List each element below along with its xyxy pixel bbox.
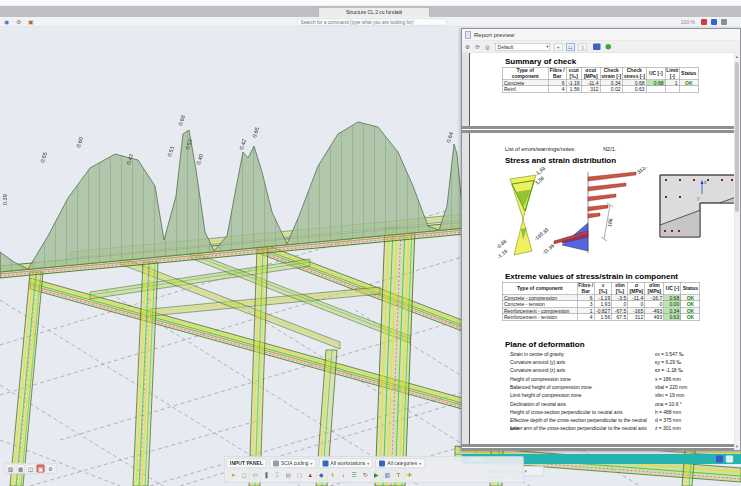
point-load-icon[interactable]: ↓ — [339, 471, 349, 481]
plane-row: Curvature around (y) axisκy = 6.29 ‰ — [510, 358, 730, 366]
report-page: Summary of check Type ofcomponentFibre /… — [462, 53, 734, 450]
report-preview-titlebar[interactable]: Report preview — [462, 29, 740, 41]
column-header: εcut[‰] — [566, 67, 581, 79]
report-preview-panel: Report preview ⚙ ⟳ ◎ Default▾ + ▭ ▯ Summ… — [461, 28, 741, 451]
tasks-dock-icon[interactable] — [716, 456, 723, 463]
column-header: ε[‰] — [594, 282, 612, 294]
workstation-icon — [323, 460, 329, 466]
table-row: Reinforcement - tension41.5667.53124930.… — [502, 314, 700, 321]
view-toolbar: ▧ ▦ ◳ ▣ ⚙ — [4, 463, 57, 474]
column-header: Status — [679, 67, 698, 79]
plane-row: Balanced height of compression zonexbal … — [510, 383, 730, 391]
column-header: Status — [681, 282, 700, 294]
label-icon[interactable]: T — [394, 471, 404, 481]
column-icon[interactable]: ❚ — [262, 471, 272, 481]
table-cell: Reinforcement - tension — [502, 314, 577, 321]
report-settings-icon[interactable]: ⚙ — [465, 41, 470, 52]
add-icon[interactable]: ✚ — [405, 471, 415, 481]
table-cell: 312 — [628, 314, 645, 321]
project-tab[interactable]: Structure CL 2 cu fundatii — [318, 7, 430, 17]
beam-icon[interactable]: ▭ — [251, 471, 261, 481]
zoom-in-button[interactable]: + — [554, 43, 562, 51]
stress-diagram: 312/1.91 -165.35 -11.36 186 — [533, 167, 655, 256]
svg-text:186: 186 — [606, 218, 613, 227]
regenerate-report-icon[interactable] — [606, 44, 612, 50]
load-icon[interactable]: ⇟ — [328, 471, 338, 481]
workspace-select[interactable]: SCIA coding▾ — [269, 459, 316, 469]
category-icon — [379, 460, 385, 466]
send-to-engineering-report-icon[interactable] — [593, 44, 601, 51]
table-cell: 67.5 — [612, 314, 628, 321]
search-input[interactable] — [297, 19, 447, 26]
record-icon[interactable] — [701, 19, 707, 25]
hinge-icon[interactable]: ◆ — [317, 471, 327, 481]
tasks-close-icon[interactable] — [726, 456, 733, 463]
input-panel: INPUT PANEL SCIA coding▾ All workstation… — [224, 456, 524, 483]
stress-strain-diagram: 1.93 1.56 -0.83 -1.19 312/1.91 -165.35 -… — [492, 167, 734, 269]
view-plane-icon[interactable]: ◳ — [27, 465, 35, 473]
page-layout-button[interactable]: ▯ — [579, 43, 587, 51]
workstation-filter[interactable]: All workstations▾ — [319, 459, 373, 469]
summary-table: Type ofcomponentFibre /Barεcut[‰]σcut[MP… — [502, 67, 699, 93]
category-filter[interactable]: All categories▾ — [376, 459, 425, 469]
project-cube-icon[interactable]: ▣ — [28, 18, 34, 26]
line-load-icon[interactable]: ☰ — [350, 471, 360, 481]
opening-icon[interactable]: ▢ — [295, 471, 305, 481]
project-tab-band: Structure CL 2 cu fundatii — [0, 6, 741, 17]
svg-text:312/1.91: 312/1.91 — [636, 167, 655, 175]
main-toolbar: ◉ ⚙ ▣ 100 % — [0, 17, 741, 27]
scia-logo-icon[interactable]: ◉ — [4, 18, 9, 26]
view-settings-icon[interactable]: ⚙ — [47, 465, 55, 473]
report-toolbar: ⚙ ⟳ ◎ Default▾ + ▭ ▯ — [462, 41, 740, 53]
summary-heading: Summary of check — [505, 57, 576, 66]
table-cell: 0.63 — [622, 86, 646, 93]
workspace-icon — [273, 460, 279, 466]
table-cell: 0.63 — [664, 314, 681, 321]
table-cell: OK — [681, 314, 700, 321]
report-template-select[interactable]: Default▾ — [495, 43, 550, 51]
report-refresh-icon[interactable]: ⟳ — [475, 41, 480, 52]
scrollbar-thumb[interactable] — [735, 62, 739, 212]
column-header: Type of component — [502, 282, 577, 294]
user-icon[interactable] — [721, 19, 727, 25]
results-icon[interactable]: ▥ — [383, 471, 393, 481]
plane-row: Height of compression zonex = 186 mm — [510, 375, 730, 383]
report-page-gutter — [462, 53, 470, 450]
moment-icon[interactable]: ↻ — [361, 471, 371, 481]
fit-page-button[interactable]: ▭ — [566, 43, 574, 51]
pointer-icon[interactable]: ➤ — [229, 471, 239, 481]
column-header: UC [-] — [646, 67, 665, 79]
run-icon[interactable]: ▶ — [372, 471, 382, 481]
report-find-icon[interactable]: ◎ — [485, 41, 490, 52]
table-cell: 0.02 — [600, 86, 622, 93]
plane-row: Declination of neutral axisαna = 10.6 ° — [510, 400, 730, 408]
report-preview-title: Report preview — [474, 32, 514, 39]
strain-diagram: 1.93 1.56 -0.83 -1.19 — [495, 167, 546, 260]
scroll-down-arrow[interactable]: ▼ — [735, 443, 740, 450]
input-panel-icons: ➤ ◻ ▭ ❚ ⌶ ▤ ▢ ▲ ◆ ⇟ ↓ ☰ ↻ ▶ ▥ T ✚ — [227, 469, 522, 482]
settings-gear-icon[interactable]: ⚙ — [16, 18, 21, 26]
column-header: Type ofcomponent — [502, 67, 548, 79]
report-scrollbar[interactable]: ▲ ▼ — [734, 53, 740, 450]
table-cell: 1.56 — [594, 314, 612, 321]
scroll-up-arrow[interactable]: ▲ — [735, 53, 740, 60]
view-cube-icon[interactable]: ▧ — [7, 465, 15, 473]
zoom-level-label: 100 % — [681, 20, 695, 26]
slab-icon[interactable]: ⌶ — [273, 471, 283, 481]
node-icon[interactable]: ◻ — [240, 471, 250, 481]
wall-icon[interactable]: ▤ — [284, 471, 294, 481]
table-cell: Reinf. — [502, 86, 548, 93]
table-cell: 493 — [645, 314, 664, 321]
plane-of-deformation-list: Strain in centre of gravityεx = 0.547 ‰C… — [510, 350, 730, 433]
link-icon[interactable] — [711, 19, 717, 25]
clipping-box-icon[interactable]: ▣ — [37, 465, 45, 473]
svg-text:-0.83: -0.83 — [495, 238, 508, 250]
table-cell: 4 — [548, 86, 566, 93]
view-grid-icon[interactable]: ▦ — [17, 465, 25, 473]
table-row: Reinf.41.563120.020.63 — [502, 86, 698, 93]
column-header: Checkstrain [-] — [600, 67, 622, 79]
support-icon[interactable]: ▲ — [306, 471, 316, 481]
plane-row: Lever arm of the cross-section perpendic… — [510, 425, 730, 433]
table-cell: Reinforcement - compression — [502, 307, 577, 314]
table-cell — [679, 86, 698, 93]
